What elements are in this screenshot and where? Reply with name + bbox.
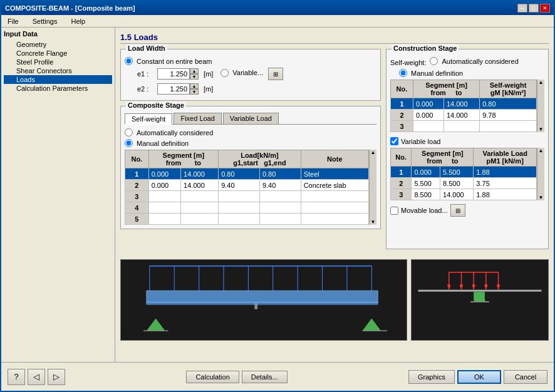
sw-scroll-up[interactable]: ▲ [537, 80, 544, 85]
sidebar-item-loads[interactable]: Loads [4, 75, 112, 84]
cs-table-scrollbar[interactable]: ▲ ▼ [369, 150, 376, 225]
sw-auto-radio[interactable] [430, 57, 438, 65]
table-row[interactable]: 1 0.000 14.000 0.80 [391, 98, 537, 110]
cs-row4-from[interactable] [148, 202, 180, 214]
scroll-down[interactable]: ▼ [370, 219, 376, 225]
ok-button[interactable]: OK [457, 370, 501, 384]
cs-row4-gstart[interactable] [219, 202, 260, 214]
cs-row3-to[interactable] [181, 191, 219, 202]
cs-row3-from[interactable] [148, 191, 180, 202]
vl-r1-pm1[interactable]: 1.88 [474, 167, 537, 178]
vl-scroll-down[interactable]: ▼ [537, 195, 544, 200]
table-row[interactable]: 3 8.500 14.000 1.88 [391, 189, 537, 200]
menu-file[interactable]: File [4, 16, 23, 26]
graphics-button[interactable]: Graphics [408, 370, 455, 384]
cs-row4-gend[interactable] [259, 202, 301, 214]
vl-r2-pm1[interactable]: 3.75 [474, 178, 537, 189]
table-row[interactable]: 2 0.000 14.000 9.40 9.40 Concrete slab [125, 180, 369, 191]
back-button[interactable]: ◁ [28, 369, 45, 385]
e1-up[interactable]: ▲ [190, 68, 199, 74]
cs-row2-gstart[interactable]: 9.40 [219, 180, 260, 191]
sidebar-item-steel-profile[interactable]: Steel Profile [4, 58, 112, 66]
cs-manual-radio[interactable] [125, 139, 133, 147]
sidebar-item-calc-params[interactable]: Calculation Parameters [4, 84, 112, 93]
sidebar-item-geometry[interactable]: Geometry [4, 40, 112, 49]
sw-manual-radio[interactable] [399, 69, 407, 77]
sw-table-scrollbar[interactable]: ▲ ▼ [537, 80, 544, 132]
maximize-button[interactable]: □ [529, 4, 539, 13]
vl-scroll-up[interactable]: ▲ [537, 148, 544, 153]
radio-variable[interactable] [220, 69, 229, 77]
menu-settings[interactable]: Settings [29, 16, 61, 26]
e1-input[interactable] [157, 68, 190, 80]
scroll-up[interactable]: ▲ [370, 150, 376, 155]
vl-r1-from[interactable]: 0.000 [412, 167, 440, 178]
vl-r3-pm1[interactable]: 1.88 [474, 189, 537, 200]
sw-r2-gm[interactable]: 9.78 [480, 110, 537, 121]
tab-variable-load[interactable]: Variable Load [223, 113, 279, 124]
sw-r3-to[interactable] [443, 121, 479, 132]
cs-row2-gend[interactable]: 9.40 [259, 180, 301, 191]
variable-load-checkbox[interactable] [390, 137, 398, 145]
forward-button[interactable]: ▷ [48, 369, 65, 385]
sw-r2-to[interactable]: 14.000 [443, 110, 479, 121]
sw-r1-from[interactable]: 0.000 [413, 98, 443, 110]
movable-load-icon-btn[interactable]: ⊞ [450, 204, 465, 217]
table-row[interactable]: 5 [125, 214, 369, 225]
vl-r2-from[interactable]: 5.500 [412, 178, 440, 189]
vl-r1-to[interactable]: 5.500 [440, 167, 474, 178]
cs-row5-to[interactable] [181, 214, 219, 225]
menu-bar: File Settings Help [1, 15, 554, 28]
cs-row5-gend[interactable] [259, 214, 301, 225]
sw-r1-to[interactable]: 14.000 [443, 98, 479, 110]
cs-row2-to[interactable]: 14.000 [181, 180, 219, 191]
help-button[interactable]: ? [8, 369, 25, 385]
load-width-icon-btn[interactable]: ⊞ [268, 68, 283, 80]
minimize-button[interactable]: ─ [517, 4, 527, 13]
sidebar-item-concrete-flange[interactable]: Concrete Flange [4, 49, 112, 58]
calculation-button[interactable]: Calculation [186, 371, 239, 383]
table-row[interactable]: 4 [125, 202, 369, 214]
tab-fixed-load[interactable]: Fixed Load [174, 113, 221, 124]
vl-th-pm1: Variable LoadpM1 [kN/m] [474, 148, 537, 167]
menu-help[interactable]: Help [67, 16, 89, 26]
table-row[interactable]: 2 0.000 14.000 9.78 [391, 110, 537, 121]
table-row[interactable]: 1 0.000 14.000 0.80 0.80 Steel [125, 168, 369, 180]
table-row[interactable]: 3 [125, 191, 369, 202]
cs-row1-gend[interactable]: 0.80 [259, 168, 301, 180]
e2-down[interactable]: ▼ [190, 89, 199, 95]
sw-r3-from[interactable] [413, 121, 443, 132]
cancel-button[interactable]: Cancel [504, 370, 547, 384]
cs-row1-gstart[interactable]: 0.80 [219, 168, 260, 180]
cs-row4-to[interactable] [181, 202, 219, 214]
close-button[interactable]: ✕ [540, 4, 550, 13]
sw-r1-gm[interactable]: 0.80 [480, 98, 537, 110]
table-row[interactable]: 2 5.500 8.500 3.75 [391, 178, 537, 189]
cs-row1-from[interactable]: 0.000 [148, 168, 180, 180]
cs-row2-from[interactable]: 0.000 [148, 180, 180, 191]
vl-table-scrollbar[interactable]: ▲ ▼ [537, 148, 544, 200]
tab-self-weight[interactable]: Self-weight [125, 113, 172, 125]
e2-input[interactable] [157, 83, 190, 95]
e2-up[interactable]: ▲ [190, 83, 199, 89]
table-row[interactable]: 3 [391, 121, 537, 132]
sw-r2-from[interactable]: 0.000 [413, 110, 443, 121]
movable-load-checkbox[interactable] [390, 207, 398, 215]
cs-row3-gstart[interactable] [219, 191, 260, 202]
cs-row3-gend[interactable] [259, 191, 301, 202]
e1-down[interactable]: ▼ [190, 74, 199, 80]
cs-auto-radio[interactable] [125, 128, 133, 137]
table-row[interactable]: 1 0.000 5.500 1.88 [391, 167, 537, 178]
cs-row5-gstart[interactable] [219, 214, 260, 225]
cs-row5-from[interactable] [148, 214, 180, 225]
sw-scroll-down[interactable]: ▼ [537, 126, 544, 132]
details-button[interactable]: Details... [242, 371, 288, 383]
vl-r3-from[interactable]: 8.500 [412, 189, 440, 200]
vl-r2-to[interactable]: 8.500 [440, 178, 474, 189]
cs-row1-no: 1 [125, 168, 149, 180]
sidebar-item-shear-connectors[interactable]: Shear Connectors [4, 66, 112, 75]
cs-row1-to[interactable]: 14.000 [181, 168, 219, 180]
sw-r3-gm[interactable] [480, 121, 537, 132]
radio-constant[interactable] [125, 57, 133, 65]
vl-r3-to[interactable]: 14.000 [440, 189, 474, 200]
